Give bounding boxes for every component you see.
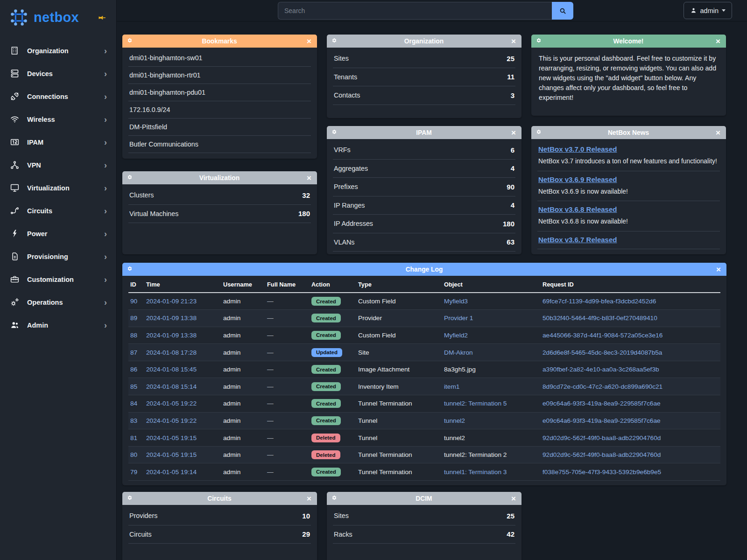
stat-row[interactable]: Virtual Machines 180 xyxy=(128,205,311,224)
changelog-id-link[interactable]: 88 xyxy=(130,332,137,339)
widget-close-icon[interactable]: × xyxy=(510,495,517,503)
changelog-id-link[interactable]: 84 xyxy=(130,400,137,407)
pin-sidebar-icon[interactable] xyxy=(98,13,107,22)
stat-row[interactable]: IP Ranges 4 xyxy=(333,196,515,215)
widget-config-icon[interactable] xyxy=(127,175,134,182)
changelog-id-link[interactable]: 86 xyxy=(130,366,137,373)
changelog-request-id-link[interactable]: 69fce7cf-1139-4d99-bfea-f3dcbd2452d6 xyxy=(543,298,656,305)
sidebar-item[interactable]: Customization › xyxy=(0,268,116,291)
stat-row[interactable]: Sites 25 xyxy=(333,507,515,525)
search-button[interactable] xyxy=(552,2,573,20)
changelog-object[interactable]: Myfield3 xyxy=(444,298,468,305)
changelog-object[interactable]: Myfield2 xyxy=(444,332,468,339)
sidebar-item[interactable]: IPAM › xyxy=(0,131,116,154)
widget-config-icon[interactable] xyxy=(127,38,134,45)
changelog-object[interactable]: tunnel2 xyxy=(444,417,465,424)
widget-close-icon[interactable]: × xyxy=(305,37,313,45)
changelog-object[interactable]: 8a3gh5.jpg xyxy=(444,366,476,373)
changelog-request-id-link[interactable]: 8d9cd72e-cd0c-47c2-a620-dc899a690c21 xyxy=(543,383,662,390)
bookmark-link[interactable]: dmi01-binghamton-pdu01 xyxy=(128,84,311,101)
widget-config-icon[interactable] xyxy=(536,129,543,136)
changelog-request-id-link[interactable]: a390fbef-2a82-4e10-aa0a-3c268aa5ef3b xyxy=(543,366,659,373)
changelog-time-link[interactable]: 2024-01-08 17:28 xyxy=(146,349,197,356)
bookmark-link[interactable]: 172.16.0.9/24 xyxy=(128,101,311,119)
changelog-time-link[interactable]: 2024-01-08 15:14 xyxy=(146,383,197,390)
changelog-object[interactable]: tunnel1: Termination 3 xyxy=(444,469,507,476)
sidebar-item[interactable]: Circuits › xyxy=(0,199,116,222)
stat-row[interactable]: Sites 25 xyxy=(333,49,515,68)
stat-row[interactable]: Circuits 29 xyxy=(128,525,311,544)
changelog-request-id-link[interactable]: 50b32f40-5464-4f9c-b83f-0ef270489410 xyxy=(543,315,657,322)
changelog-object[interactable]: tunnel2 xyxy=(444,434,465,441)
news-headline-link[interactable]: NetBox v3.6.9 Released xyxy=(538,175,617,183)
changelog-id-link[interactable]: 83 xyxy=(130,417,137,424)
bookmark-link[interactable]: dmi01-binghamton-rtr01 xyxy=(128,67,311,84)
changelog-time-link[interactable]: 2024-01-05 19:22 xyxy=(146,417,197,424)
changelog-time-link[interactable]: 2024-01-09 13:38 xyxy=(146,332,197,339)
sidebar-item[interactable]: Devices › xyxy=(0,62,116,85)
widget-close-icon[interactable]: × xyxy=(510,37,517,45)
changelog-id-link[interactable]: 85 xyxy=(130,383,137,390)
changelog-time-link[interactable]: 2024-01-09 21:23 xyxy=(146,298,197,305)
changelog-time-link[interactable]: 2024-01-05 19:15 xyxy=(146,434,197,441)
sidebar-item[interactable]: Provisioning › xyxy=(0,245,116,268)
changelog-object[interactable]: DM-Akron xyxy=(444,349,473,356)
bookmark-link[interactable]: Butler Communications xyxy=(128,136,311,153)
changelog-time-link[interactable]: 2024-01-08 15:45 xyxy=(146,366,197,373)
widget-close-icon[interactable]: × xyxy=(305,495,313,503)
brand-name[interactable]: netbox xyxy=(34,10,79,25)
netbox-logo-icon[interactable] xyxy=(8,7,29,28)
changelog-id-link[interactable]: 90 xyxy=(130,298,137,305)
changelog-time-link[interactable]: 2024-01-05 19:22 xyxy=(146,400,197,407)
news-headline-link[interactable]: NetBox v3.6.8 Released xyxy=(538,205,617,213)
changelog-id-link[interactable]: 79 xyxy=(130,469,137,476)
changelog-time-link[interactable]: 2024-01-05 19:14 xyxy=(146,469,197,476)
bookmark-link[interactable]: DM-Pittsfield xyxy=(128,119,311,136)
sidebar-item[interactable]: Virtualization › xyxy=(0,176,116,199)
stat-row[interactable]: VLANs 63 xyxy=(333,233,515,252)
news-headline-link[interactable]: NetBox v3.6.7 Released xyxy=(538,236,617,244)
widget-close-icon[interactable]: × xyxy=(305,174,313,182)
sidebar-item[interactable]: Organization › xyxy=(0,39,116,62)
changelog-request-id-link[interactable]: 2d6d6e8f-5465-45dc-8ec3-2019d4087b5a xyxy=(543,349,662,356)
widget-config-icon[interactable] xyxy=(331,495,338,502)
widget-config-icon[interactable] xyxy=(127,266,134,273)
stat-row[interactable]: Clusters 32 xyxy=(128,186,311,205)
sidebar-item[interactable]: Power › xyxy=(0,222,116,245)
search-input[interactable] xyxy=(278,2,552,20)
stat-row[interactable]: VRFs 6 xyxy=(333,141,515,160)
sidebar-item[interactable]: Wireless › xyxy=(0,108,116,131)
changelog-id-link[interactable]: 87 xyxy=(130,349,137,356)
widget-close-icon[interactable]: × xyxy=(510,129,517,137)
stat-row[interactable]: Prefixes 90 xyxy=(333,178,515,196)
changelog-request-id-link[interactable]: e09c64a6-93f3-419a-8ea9-229585f7c6ae xyxy=(543,417,661,424)
sidebar-item[interactable]: Admin › xyxy=(0,314,116,336)
changelog-object[interactable]: Provider 1 xyxy=(444,315,473,322)
changelog-request-id-link[interactable]: 92d02d9c-562f-49f0-baa8-adb22904760d xyxy=(543,434,661,441)
stat-row[interactable]: IP Addresses 180 xyxy=(333,215,515,233)
sidebar-item[interactable]: Operations › xyxy=(0,291,116,314)
changelog-object[interactable]: tunnel2: Termination 2 xyxy=(444,451,507,458)
stat-row[interactable]: Contacts 3 xyxy=(333,86,515,105)
bookmark-link[interactable]: dmi01-binghamton-sw01 xyxy=(128,49,311,67)
changelog-object[interactable]: item1 xyxy=(444,383,459,390)
stat-row[interactable]: Aggregates 4 xyxy=(333,160,515,178)
widget-close-icon[interactable]: × xyxy=(714,129,722,137)
widget-config-icon[interactable] xyxy=(331,38,338,45)
changelog-request-id-link[interactable]: 92d02d9c-562f-49f0-baa8-adb22904760d xyxy=(543,451,661,458)
widget-close-icon[interactable]: × xyxy=(714,37,722,45)
changelog-time-link[interactable]: 2024-01-09 13:38 xyxy=(146,315,197,322)
changelog-request-id-link[interactable]: f038e755-705e-47f3-9433-5392b9e6b9e5 xyxy=(543,469,661,476)
changelog-request-id-link[interactable]: ae445066-387d-44f1-9084-572a05ce3e16 xyxy=(543,332,662,339)
changelog-time-link[interactable]: 2024-01-05 19:15 xyxy=(146,451,197,458)
user-menu-button[interactable]: admin xyxy=(684,2,733,19)
changelog-id-link[interactable]: 80 xyxy=(130,451,137,458)
news-headline-link[interactable]: NetBox v3.7.0 Released xyxy=(538,145,617,153)
widget-close-icon[interactable]: × xyxy=(715,266,722,273)
stat-row[interactable]: Tenants 11 xyxy=(333,68,515,87)
stat-row[interactable]: Racks 42 xyxy=(333,525,515,544)
sidebar-item[interactable]: VPN › xyxy=(0,154,116,176)
changelog-request-id-link[interactable]: e09c64a6-93f3-419a-8ea9-229585f7c6ae xyxy=(543,400,661,407)
changelog-object[interactable]: tunnel2: Termination 5 xyxy=(444,400,507,407)
widget-config-icon[interactable] xyxy=(536,38,543,45)
